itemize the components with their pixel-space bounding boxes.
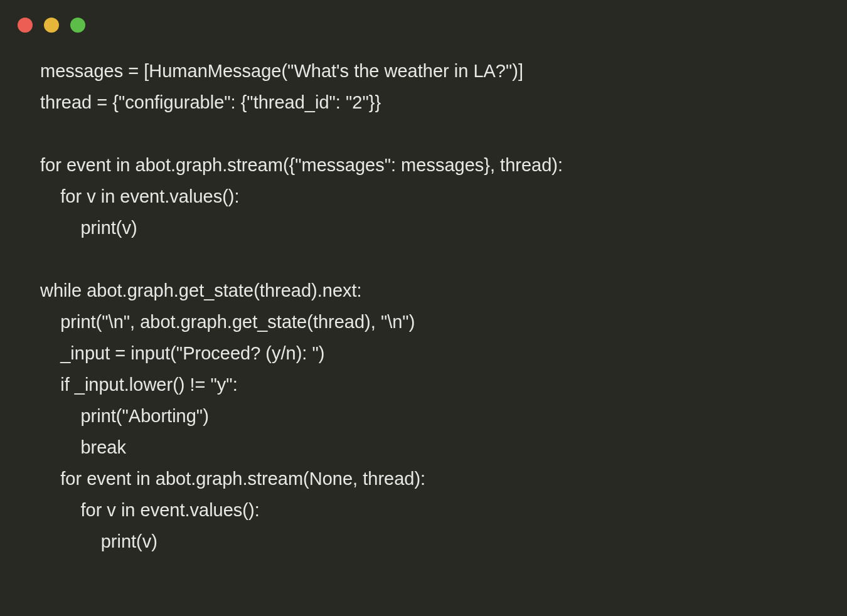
window-traffic-lights <box>18 18 85 33</box>
code-line: if _input.lower() != "y": <box>40 374 238 395</box>
code-line: thread = {"configurable": {"thread_id": … <box>40 92 381 112</box>
code-line: print("Aborting") <box>40 406 209 426</box>
code-block: messages = [HumanMessage("What's the wea… <box>40 55 822 557</box>
code-line: for v in event.values(): <box>40 186 240 206</box>
code-line: while abot.graph.get_state(thread).next: <box>40 280 362 300</box>
code-line: break <box>40 437 126 457</box>
code-line: print(v) <box>40 531 157 551</box>
maximize-icon[interactable] <box>70 18 85 33</box>
code-line: for v in event.values(): <box>40 500 260 520</box>
code-line: print("\n", abot.graph.get_state(thread)… <box>40 312 415 332</box>
code-line: for event in abot.graph.stream({"message… <box>40 155 563 175</box>
code-line: _input = input("Proceed? (y/n): ") <box>40 343 324 363</box>
code-line: messages = [HumanMessage("What's the wea… <box>40 61 523 81</box>
close-icon[interactable] <box>18 18 33 33</box>
minimize-icon[interactable] <box>44 18 59 33</box>
code-line: print(v) <box>40 218 137 238</box>
code-line: for event in abot.graph.stream(None, thr… <box>40 469 425 489</box>
code-window: messages = [HumanMessage("What's the wea… <box>0 0 847 616</box>
